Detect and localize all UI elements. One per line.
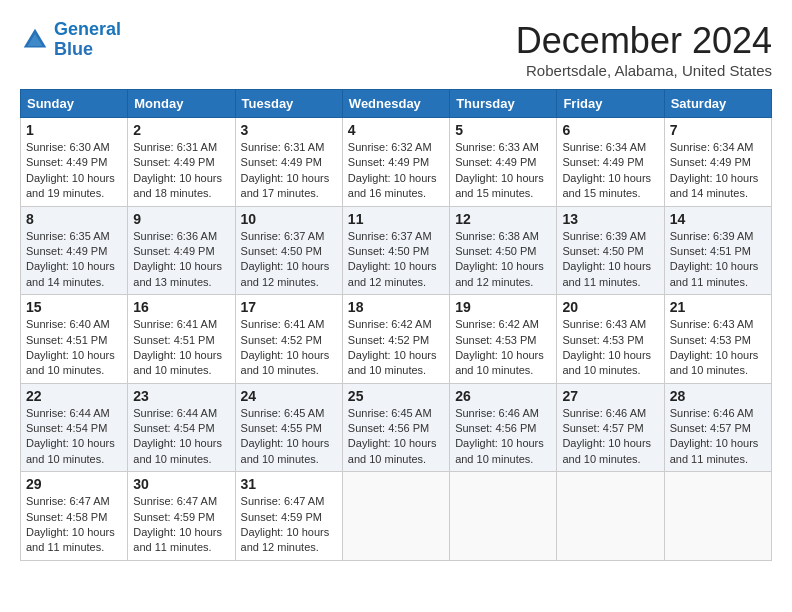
day-info: Sunrise: 6:45 AM Sunset: 4:55 PM Dayligh… <box>241 406 337 468</box>
col-header-monday: Monday <box>128 90 235 118</box>
day-info: Sunrise: 6:41 AM Sunset: 4:51 PM Dayligh… <box>133 317 229 379</box>
day-number: 24 <box>241 388 337 404</box>
day-info: Sunrise: 6:43 AM Sunset: 4:53 PM Dayligh… <box>670 317 766 379</box>
day-info: Sunrise: 6:42 AM Sunset: 4:53 PM Dayligh… <box>455 317 551 379</box>
day-info: Sunrise: 6:46 AM Sunset: 4:57 PM Dayligh… <box>670 406 766 468</box>
calendar-cell: 18 Sunrise: 6:42 AM Sunset: 4:52 PM Dayl… <box>342 295 449 384</box>
calendar-cell: 6 Sunrise: 6:34 AM Sunset: 4:49 PM Dayli… <box>557 118 664 207</box>
day-info: Sunrise: 6:39 AM Sunset: 4:51 PM Dayligh… <box>670 229 766 291</box>
calendar-cell: 31 Sunrise: 6:47 AM Sunset: 4:59 PM Dayl… <box>235 472 342 561</box>
day-info: Sunrise: 6:34 AM Sunset: 4:49 PM Dayligh… <box>562 140 658 202</box>
col-header-sunday: Sunday <box>21 90 128 118</box>
day-info: Sunrise: 6:44 AM Sunset: 4:54 PM Dayligh… <box>133 406 229 468</box>
calendar-cell: 10 Sunrise: 6:37 AM Sunset: 4:50 PM Dayl… <box>235 206 342 295</box>
calendar-cell: 19 Sunrise: 6:42 AM Sunset: 4:53 PM Dayl… <box>450 295 557 384</box>
col-header-friday: Friday <box>557 90 664 118</box>
day-number: 22 <box>26 388 122 404</box>
calendar-cell: 8 Sunrise: 6:35 AM Sunset: 4:49 PM Dayli… <box>21 206 128 295</box>
calendar-cell: 30 Sunrise: 6:47 AM Sunset: 4:59 PM Dayl… <box>128 472 235 561</box>
day-info: Sunrise: 6:39 AM Sunset: 4:50 PM Dayligh… <box>562 229 658 291</box>
calendar-cell: 13 Sunrise: 6:39 AM Sunset: 4:50 PM Dayl… <box>557 206 664 295</box>
calendar-cell: 28 Sunrise: 6:46 AM Sunset: 4:57 PM Dayl… <box>664 383 771 472</box>
calendar-week-row: 29 Sunrise: 6:47 AM Sunset: 4:58 PM Dayl… <box>21 472 772 561</box>
day-number: 21 <box>670 299 766 315</box>
day-info: Sunrise: 6:47 AM Sunset: 4:59 PM Dayligh… <box>241 494 337 556</box>
day-number: 29 <box>26 476 122 492</box>
page-header: General Blue December 2024 Robertsdale, … <box>20 20 772 79</box>
col-header-wednesday: Wednesday <box>342 90 449 118</box>
day-info: Sunrise: 6:37 AM Sunset: 4:50 PM Dayligh… <box>241 229 337 291</box>
day-info: Sunrise: 6:32 AM Sunset: 4:49 PM Dayligh… <box>348 140 444 202</box>
day-number: 25 <box>348 388 444 404</box>
day-number: 31 <box>241 476 337 492</box>
day-number: 6 <box>562 122 658 138</box>
col-header-thursday: Thursday <box>450 90 557 118</box>
day-number: 19 <box>455 299 551 315</box>
calendar-cell: 16 Sunrise: 6:41 AM Sunset: 4:51 PM Dayl… <box>128 295 235 384</box>
day-number: 28 <box>670 388 766 404</box>
day-info: Sunrise: 6:31 AM Sunset: 4:49 PM Dayligh… <box>133 140 229 202</box>
calendar-cell: 4 Sunrise: 6:32 AM Sunset: 4:49 PM Dayli… <box>342 118 449 207</box>
calendar-cell: 1 Sunrise: 6:30 AM Sunset: 4:49 PM Dayli… <box>21 118 128 207</box>
location-title: Robertsdale, Alabama, United States <box>516 62 772 79</box>
calendar-cell <box>342 472 449 561</box>
day-info: Sunrise: 6:30 AM Sunset: 4:49 PM Dayligh… <box>26 140 122 202</box>
calendar-cell: 3 Sunrise: 6:31 AM Sunset: 4:49 PM Dayli… <box>235 118 342 207</box>
calendar-cell: 27 Sunrise: 6:46 AM Sunset: 4:57 PM Dayl… <box>557 383 664 472</box>
day-info: Sunrise: 6:37 AM Sunset: 4:50 PM Dayligh… <box>348 229 444 291</box>
day-number: 30 <box>133 476 229 492</box>
day-number: 2 <box>133 122 229 138</box>
col-header-tuesday: Tuesday <box>235 90 342 118</box>
day-number: 12 <box>455 211 551 227</box>
calendar-table: SundayMondayTuesdayWednesdayThursdayFrid… <box>20 89 772 561</box>
day-number: 4 <box>348 122 444 138</box>
calendar-week-row: 8 Sunrise: 6:35 AM Sunset: 4:49 PM Dayli… <box>21 206 772 295</box>
calendar-cell <box>450 472 557 561</box>
calendar-cell: 7 Sunrise: 6:34 AM Sunset: 4:49 PM Dayli… <box>664 118 771 207</box>
calendar-week-row: 15 Sunrise: 6:40 AM Sunset: 4:51 PM Dayl… <box>21 295 772 384</box>
calendar-cell: 5 Sunrise: 6:33 AM Sunset: 4:49 PM Dayli… <box>450 118 557 207</box>
calendar-cell: 26 Sunrise: 6:46 AM Sunset: 4:56 PM Dayl… <box>450 383 557 472</box>
day-number: 11 <box>348 211 444 227</box>
calendar-cell: 12 Sunrise: 6:38 AM Sunset: 4:50 PM Dayl… <box>450 206 557 295</box>
day-info: Sunrise: 6:44 AM Sunset: 4:54 PM Dayligh… <box>26 406 122 468</box>
logo: General Blue <box>20 20 121 60</box>
calendar-week-row: 22 Sunrise: 6:44 AM Sunset: 4:54 PM Dayl… <box>21 383 772 472</box>
calendar-cell: 24 Sunrise: 6:45 AM Sunset: 4:55 PM Dayl… <box>235 383 342 472</box>
day-info: Sunrise: 6:35 AM Sunset: 4:49 PM Dayligh… <box>26 229 122 291</box>
day-number: 20 <box>562 299 658 315</box>
calendar-cell: 20 Sunrise: 6:43 AM Sunset: 4:53 PM Dayl… <box>557 295 664 384</box>
calendar-week-row: 1 Sunrise: 6:30 AM Sunset: 4:49 PM Dayli… <box>21 118 772 207</box>
day-number: 16 <box>133 299 229 315</box>
logo-icon <box>20 25 50 55</box>
day-info: Sunrise: 6:31 AM Sunset: 4:49 PM Dayligh… <box>241 140 337 202</box>
calendar-cell: 23 Sunrise: 6:44 AM Sunset: 4:54 PM Dayl… <box>128 383 235 472</box>
day-number: 26 <box>455 388 551 404</box>
day-number: 7 <box>670 122 766 138</box>
day-info: Sunrise: 6:46 AM Sunset: 4:57 PM Dayligh… <box>562 406 658 468</box>
calendar-cell: 22 Sunrise: 6:44 AM Sunset: 4:54 PM Dayl… <box>21 383 128 472</box>
day-info: Sunrise: 6:41 AM Sunset: 4:52 PM Dayligh… <box>241 317 337 379</box>
month-title: December 2024 <box>516 20 772 62</box>
calendar-cell: 14 Sunrise: 6:39 AM Sunset: 4:51 PM Dayl… <box>664 206 771 295</box>
day-number: 14 <box>670 211 766 227</box>
title-block: December 2024 Robertsdale, Alabama, Unit… <box>516 20 772 79</box>
calendar-cell: 21 Sunrise: 6:43 AM Sunset: 4:53 PM Dayl… <box>664 295 771 384</box>
calendar-cell: 2 Sunrise: 6:31 AM Sunset: 4:49 PM Dayli… <box>128 118 235 207</box>
day-number: 10 <box>241 211 337 227</box>
calendar-cell: 11 Sunrise: 6:37 AM Sunset: 4:50 PM Dayl… <box>342 206 449 295</box>
day-info: Sunrise: 6:36 AM Sunset: 4:49 PM Dayligh… <box>133 229 229 291</box>
calendar-cell <box>557 472 664 561</box>
calendar-cell: 15 Sunrise: 6:40 AM Sunset: 4:51 PM Dayl… <box>21 295 128 384</box>
day-number: 1 <box>26 122 122 138</box>
day-number: 13 <box>562 211 658 227</box>
calendar-cell: 9 Sunrise: 6:36 AM Sunset: 4:49 PM Dayli… <box>128 206 235 295</box>
logo-text: General Blue <box>54 20 121 60</box>
day-info: Sunrise: 6:42 AM Sunset: 4:52 PM Dayligh… <box>348 317 444 379</box>
day-number: 18 <box>348 299 444 315</box>
day-info: Sunrise: 6:47 AM Sunset: 4:59 PM Dayligh… <box>133 494 229 556</box>
col-header-saturday: Saturday <box>664 90 771 118</box>
day-number: 8 <box>26 211 122 227</box>
calendar-cell: 17 Sunrise: 6:41 AM Sunset: 4:52 PM Dayl… <box>235 295 342 384</box>
day-info: Sunrise: 6:46 AM Sunset: 4:56 PM Dayligh… <box>455 406 551 468</box>
